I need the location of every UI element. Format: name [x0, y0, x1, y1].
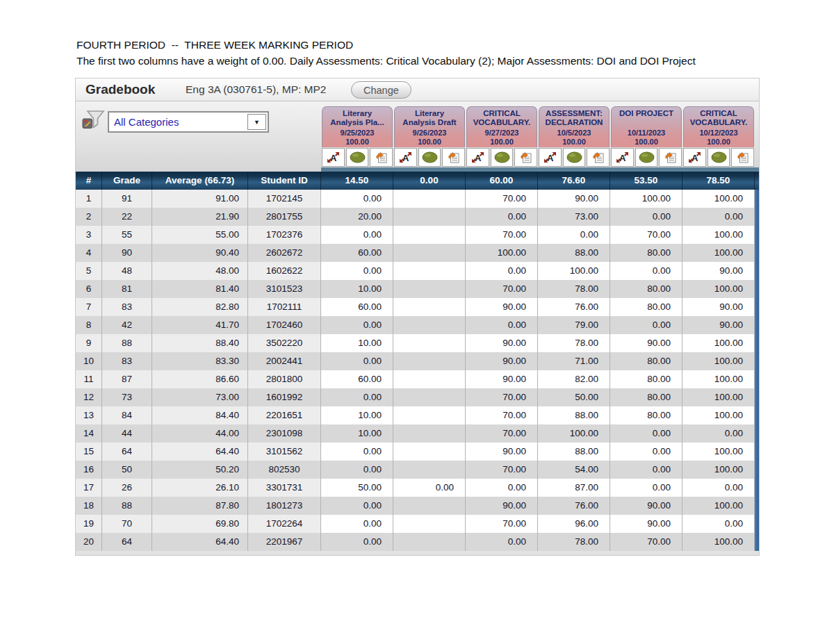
score-cell[interactable]: 90.00 — [466, 298, 538, 316]
score-cell[interactable]: 78.00 — [538, 334, 610, 352]
score-cell[interactable] — [393, 370, 466, 388]
score-cell[interactable]: 0.00 — [466, 208, 538, 226]
score-cell[interactable]: 54.00 — [538, 461, 610, 479]
document-copy-icon[interactable] — [442, 148, 465, 167]
score-cell[interactable]: 0.00 — [610, 208, 682, 226]
score-cell[interactable]: 0.00 — [682, 479, 755, 497]
document-copy-icon[interactable] — [587, 148, 610, 167]
score-cell[interactable]: 100.00 — [538, 262, 610, 280]
score-cell[interactable] — [393, 298, 466, 316]
green-oval-icon[interactable] — [491, 148, 514, 167]
score-cell[interactable]: 70.00 — [466, 280, 538, 298]
letter-a-resize-icon[interactable]: A — [322, 148, 345, 167]
score-cell[interactable]: 70.00 — [466, 388, 538, 406]
score-cell[interactable]: 80.00 — [610, 298, 682, 316]
document-copy-icon[interactable] — [370, 148, 393, 167]
score-cell[interactable]: 0.00 — [682, 424, 755, 443]
score-cell[interactable] — [393, 280, 466, 298]
score-cell[interactable]: 87.00 — [538, 479, 610, 497]
score-cell[interactable]: 100.00 — [682, 461, 755, 479]
score-cell[interactable]: 90.00 — [610, 334, 682, 352]
score-cell[interactable] — [393, 226, 466, 244]
column-header-number[interactable]: # — [76, 172, 102, 190]
filter-funnel-icon[interactable] — [81, 110, 106, 133]
score-cell[interactable]: 20.00 — [321, 208, 393, 226]
score-cell[interactable]: 60.00 — [321, 244, 393, 262]
score-cell[interactable]: 0.00 — [610, 479, 682, 497]
chevron-down-icon[interactable]: ▼ — [247, 114, 266, 130]
score-cell[interactable]: 90.00 — [466, 334, 538, 352]
change-button[interactable]: Change — [351, 81, 411, 99]
score-cell[interactable]: 0.00 — [321, 533, 393, 551]
score-cell[interactable]: 80.00 — [610, 370, 682, 388]
score-cell[interactable]: 0.00 — [321, 515, 393, 533]
column-header-average[interactable]: Average (66.73) — [152, 172, 248, 190]
letter-a-resize-icon[interactable]: A — [394, 148, 417, 167]
score-cell[interactable] — [393, 424, 466, 443]
score-cell[interactable]: 100.00 — [682, 334, 755, 352]
score-cell[interactable]: 0.00 — [321, 497, 393, 515]
score-cell[interactable]: 76.00 — [538, 497, 610, 515]
score-cell[interactable]: 90.00 — [610, 497, 682, 515]
score-cell[interactable]: 100.00 — [610, 190, 682, 208]
score-cell[interactable]: 90.00 — [466, 443, 538, 461]
score-cell[interactable]: 70.00 — [610, 226, 682, 244]
score-cell[interactable]: 10.00 — [321, 424, 393, 443]
assignment-header[interactable]: ASSESSMENT:DECLARATION10/5/2023100.00 — [539, 106, 610, 147]
score-cell[interactable]: 71.00 — [538, 352, 610, 370]
score-cell[interactable]: 90.00 — [682, 316, 755, 334]
document-copy-icon[interactable] — [659, 148, 682, 167]
score-cell[interactable]: 100.00 — [682, 190, 755, 208]
score-cell[interactable]: 70.00 — [466, 406, 538, 424]
score-cell[interactable]: 0.00 — [682, 208, 755, 226]
score-cell[interactable]: 100.00 — [466, 244, 538, 262]
vertical-scrollbar[interactable] — [755, 190, 759, 551]
score-cell[interactable]: 80.00 — [610, 388, 682, 406]
score-cell[interactable]: 90.00 — [466, 370, 538, 388]
score-cell[interactable]: 0.00 — [393, 479, 466, 497]
score-cell[interactable] — [393, 208, 466, 226]
score-cell[interactable] — [393, 352, 466, 370]
score-cell[interactable]: 0.00 — [321, 262, 393, 280]
document-copy-icon[interactable] — [731, 148, 754, 167]
score-cell[interactable]: 70.00 — [466, 226, 538, 244]
score-cell[interactable]: 0.00 — [610, 316, 682, 334]
score-cell[interactable]: 80.00 — [610, 280, 682, 298]
score-cell[interactable]: 100.00 — [682, 443, 755, 461]
score-cell[interactable]: 100.00 — [682, 388, 755, 406]
green-oval-icon[interactable] — [708, 148, 730, 167]
score-cell[interactable]: 0.00 — [538, 226, 610, 244]
score-cell[interactable]: 78.00 — [538, 280, 610, 298]
score-cell[interactable] — [393, 388, 466, 406]
score-cell[interactable]: 100.00 — [682, 280, 755, 298]
score-cell[interactable]: 76.00 — [538, 298, 610, 316]
score-cell[interactable] — [393, 262, 466, 280]
score-cell[interactable]: 0.00 — [321, 461, 393, 479]
score-cell[interactable]: 90.00 — [538, 190, 610, 208]
column-header-student-id[interactable]: Student ID — [248, 172, 321, 190]
letter-a-resize-icon[interactable]: A — [466, 148, 489, 167]
score-cell[interactable]: 50.00 — [538, 388, 610, 406]
score-cell[interactable] — [393, 190, 466, 208]
green-oval-icon[interactable] — [635, 148, 658, 167]
letter-a-resize-icon[interactable]: A — [683, 148, 706, 167]
score-cell[interactable]: 90.00 — [610, 515, 682, 533]
score-cell[interactable]: 10.00 — [321, 280, 393, 298]
score-cell[interactable]: 0.00 — [466, 262, 538, 280]
document-copy-icon[interactable] — [514, 148, 537, 167]
score-cell[interactable]: 0.00 — [321, 226, 393, 244]
score-cell[interactable]: 0.00 — [610, 262, 682, 280]
assignment-header[interactable]: DOI PROJECT10/11/2023100.00 — [611, 106, 682, 147]
score-cell[interactable]: 90.00 — [682, 262, 755, 280]
score-cell[interactable]: 79.00 — [538, 316, 610, 334]
score-cell[interactable] — [393, 461, 466, 479]
assignment-header[interactable]: LiteraryAnalysis Pla...9/25/2023100.00 — [322, 106, 393, 147]
score-cell[interactable]: 100.00 — [682, 370, 755, 388]
score-cell[interactable]: 82.00 — [538, 370, 610, 388]
score-cell[interactable]: 90.00 — [466, 497, 538, 515]
assignment-header[interactable]: CRITICALVOCABULARY.10/12/2023100.00 — [683, 106, 754, 147]
score-cell[interactable]: 0.00 — [321, 443, 393, 461]
score-cell[interactable]: 50.00 — [321, 479, 393, 497]
score-cell[interactable]: 0.00 — [321, 388, 393, 406]
score-cell[interactable]: 80.00 — [610, 244, 682, 262]
